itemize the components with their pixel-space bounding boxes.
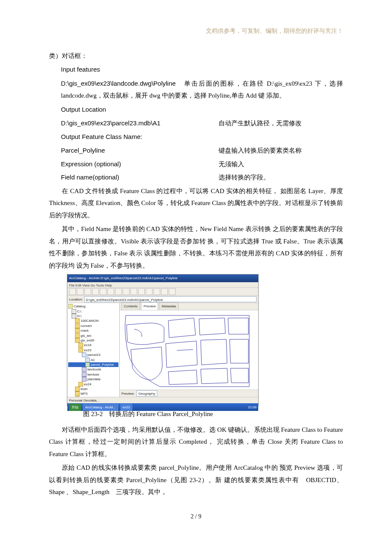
window-titlebar: ArcCatalog - ArcInfo D:\gis_ex09\ex23\pa… (67, 275, 258, 282)
input-features-line: D:\gis_ex09\ex23\landcode.dwg\Polyline 单… (49, 78, 343, 102)
window-toolbar (67, 288, 258, 296)
tree-node-label: lesin (81, 387, 87, 391)
preview-canvas (120, 310, 258, 390)
tree-node-label: C:\ (77, 309, 81, 313)
cad-icon (82, 377, 86, 382)
expression-label: Expression (optional) (61, 158, 219, 171)
output-fc-value: Parcel_Polyline (61, 145, 219, 157)
tab-contents[interactable]: Contents (121, 302, 140, 310)
preview-label: Preview: (121, 390, 135, 397)
start-button[interactable]: 开始 (69, 404, 81, 411)
tree-node[interactable]: landcode (68, 367, 118, 372)
location-label: Location: (69, 296, 83, 303)
taskbar-item[interactable]: ArcCatalog - ArcM... (83, 404, 118, 411)
toolbar-button[interactable] (123, 288, 130, 295)
tree-node[interactable]: C:\ (68, 309, 118, 314)
tree-node-label: ex18 (84, 343, 91, 347)
tree-node-label: parcel_Polyline (91, 363, 114, 367)
tree-node-label: gis_ex09 (81, 338, 94, 342)
folder-icon (78, 348, 83, 353)
folder-icon (75, 391, 80, 396)
tree-node[interactable]: gis_arc (68, 333, 118, 338)
tree-node[interactable]: 100CANON (68, 318, 118, 323)
catalog-tree[interactable]: CatalogC:\D:\100CANONconvertcrackgis_arc… (67, 303, 120, 397)
db-icon (82, 353, 86, 357)
tree-node-label: plandata (87, 377, 101, 381)
folder-icon (75, 387, 80, 391)
os-taskbar: 开始 ArcCatalog - ArcM... ex23 21:09 (67, 403, 258, 411)
paragraph-2: 在 CAD 文件转换成 Feature Class 的过程中，可以将 CAD 实… (49, 185, 343, 222)
output-location-row: D:\gis_ex09\ex23\parcel23.mdb\A1 自动产生默认路… (49, 117, 343, 130)
field-row: Field name(optional) 选择转换的字段。 (49, 171, 343, 184)
figure-23-2-wrap: ArcCatalog - ArcInfo D:\gis_ex09\ex23\pa… (67, 274, 343, 406)
tree-node[interactable]: convert (68, 324, 118, 328)
toolbar-button[interactable] (92, 288, 99, 295)
status-bar: Personal Geodata... (67, 397, 258, 403)
page: 文档供参考，可复制、编制，期待您的好评与关注！ 类）对话框： Input fea… (0, 0, 392, 539)
cat-icon (68, 304, 73, 309)
tree-node[interactable]: A1 (68, 358, 118, 362)
tree-node[interactable]: crack (68, 328, 118, 333)
main-panel: ContentsPreviewMetadata (120, 303, 258, 397)
folder-icon (75, 333, 80, 338)
tree-node[interactable]: ex23 (68, 348, 118, 353)
field-label: Field name(optional) (61, 171, 219, 184)
tree-node[interactable]: plandata (68, 377, 118, 382)
output-location-label: Output Location (49, 104, 343, 116)
folder-icon (75, 324, 80, 328)
tree-node-label: MP3 (81, 392, 87, 396)
toolbar-button[interactable] (107, 288, 114, 295)
toolbar-button[interactable] (153, 288, 160, 295)
tree-node[interactable]: ex18 (68, 343, 118, 347)
tab-metadata[interactable]: Metadata (159, 302, 178, 310)
paragraph-4: 对话框中后面四个选项，均采用默认值，不做修改。选 OK 键确认。系统出现 Fea… (49, 424, 343, 460)
drive-icon (72, 309, 76, 314)
location-input[interactable]: D:\gis_ex09\ex23\parcel23.mdb\A1\parcel_… (84, 296, 257, 302)
tree-node[interactable]: parcel_Polyline (68, 362, 118, 367)
figure-23-2: ArcCatalog - ArcInfo D:\gis_ex09\ex23\pa… (67, 274, 259, 406)
toolbar-button[interactable] (100, 288, 107, 295)
tree-node[interactable]: gis_ex09 (68, 338, 118, 343)
tree-node[interactable]: D:\ (68, 314, 118, 318)
taskbar-clock: 21:09 (248, 404, 257, 410)
folder-icon (75, 318, 80, 323)
tree-node[interactable]: landuse (68, 372, 118, 377)
toolbar-button[interactable] (138, 288, 145, 295)
tree-node[interactable]: parcel23 (68, 353, 118, 357)
preview-bar: Preview: Geography (120, 390, 258, 397)
tree-node-label: convert (81, 324, 92, 327)
folder-icon (78, 382, 83, 387)
tree-node-label: crack (81, 329, 89, 332)
toolbar-button[interactable] (84, 288, 91, 295)
expression-row: Expression (optional) 无须输入 (49, 158, 343, 171)
tree-node-label: parcel23 (87, 353, 101, 357)
tree-node-label: landcode (87, 367, 101, 371)
toolbar-button[interactable] (169, 288, 176, 295)
output-location-path: D:\gis_ex09\ex23\parcel23.mdb\A1 (61, 117, 219, 130)
fc-icon (85, 362, 90, 367)
toolbar-button[interactable] (69, 288, 76, 295)
tab-preview[interactable]: Preview (141, 302, 158, 310)
toolbar-button[interactable] (161, 288, 168, 295)
tree-node[interactable]: ex24 (68, 382, 118, 387)
paragraph-5: 原始 CAD 的线实体转换成要素类 parcel_Polyline。用户使用 A… (49, 462, 343, 498)
toolbar-button[interactable] (77, 288, 84, 295)
output-fc-row: Parcel_Polyline 键盘输入转换后的要素类名称 (49, 145, 343, 157)
tree-node[interactable]: Catalog (68, 304, 118, 309)
preview-select[interactable]: Geography (136, 390, 158, 396)
tree-node-label: gis_arc (81, 333, 92, 337)
tree-node[interactable]: lesin (68, 387, 118, 391)
main-tabs: ContentsPreviewMetadata (120, 303, 258, 310)
toolbar-button[interactable] (115, 288, 122, 295)
taskbar-item[interactable]: ex23 (120, 404, 133, 411)
output-fc-label: Output Feature Class Name: (49, 131, 343, 143)
input-features-path: D:\gis_ex09\ex23\landcode.dwg\Polyline (61, 80, 176, 87)
toolbar-button[interactable] (146, 288, 153, 295)
parcel-polyline-svg (121, 312, 258, 390)
db-icon (85, 358, 90, 362)
tree-node-label: D:\ (77, 314, 81, 318)
folder-icon (78, 343, 83, 347)
toolbar-button[interactable] (130, 288, 137, 295)
output-location-note: 自动产生默认路径，无需修改 (219, 117, 343, 130)
tree-node[interactable]: MP3 (68, 391, 118, 396)
